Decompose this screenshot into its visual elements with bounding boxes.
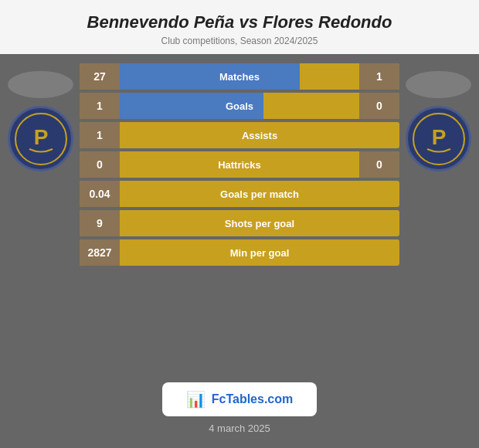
left-team-logo-section: P — [8, 63, 73, 171]
stat-label-goals: Goals — [120, 100, 359, 112]
match-subtitle: Club competitions, Season 2024/2025 — [15, 36, 464, 46]
stat-row-matches: 27Matches1 — [80, 63, 399, 90]
main-container: Bennevendo Peña vs Flores Redondo Club c… — [0, 0, 479, 448]
stat-left-val-hattricks: 0 — [80, 151, 120, 178]
left-oval-decoration — [8, 71, 73, 98]
stat-label-goals-per-match: Goals per match — [120, 188, 399, 200]
right-oval-decoration — [406, 71, 471, 98]
fctables-badge: 📊 FcTables.com — [162, 382, 317, 416]
stat-left-val-assists: 1 — [80, 122, 120, 148]
match-date: 4 march 2025 — [209, 423, 270, 440]
stat-left-val-goals: 1 — [80, 93, 120, 119]
stat-row-goals: 1Goals0 — [80, 93, 399, 119]
fctables-text: FcTables.com — [212, 392, 294, 406]
stat-bar-shots-per-goal: Shots per goal — [120, 210, 399, 236]
main-content: P 27Matches11Goals01Assists0Hattricks00.… — [0, 54, 479, 376]
stat-bar-min-per-goal: Min per goal — [120, 239, 399, 266]
stat-bar-matches: Matches — [120, 63, 359, 90]
svg-text:P: P — [431, 125, 446, 149]
bottom-section: 📊 FcTables.com 4 march 2025 — [0, 376, 479, 448]
right-team-emblem: P — [406, 106, 471, 171]
stat-label-shots-per-goal: Shots per goal — [120, 218, 399, 229]
stat-row-hattricks: 0Hattricks0 — [80, 151, 399, 178]
stat-right-val-goals: 0 — [359, 93, 399, 119]
stats-section: 27Matches11Goals01Assists0Hattricks00.04… — [80, 63, 399, 266]
match-title: Bennevendo Peña vs Flores Redondo — [15, 12, 464, 32]
left-puma-svg: P — [14, 112, 68, 166]
stat-bar-hattricks: Hattricks — [120, 151, 359, 178]
stat-left-val-shots-per-goal: 9 — [80, 210, 120, 236]
stat-row-assists: 1Assists — [80, 122, 399, 148]
stat-row-min-per-goal: 2827Min per goal — [80, 239, 399, 266]
stat-bar-goals-per-match: Goals per match — [120, 181, 399, 207]
left-team-emblem: P — [8, 106, 73, 171]
stat-left-val-min-per-goal: 2827 — [80, 239, 120, 266]
stat-right-val-hattricks: 0 — [359, 151, 399, 178]
stat-left-val-matches: 27 — [80, 63, 120, 90]
fctables-icon: 📊 — [186, 390, 206, 409]
right-puma-svg: P — [412, 112, 466, 166]
stat-label-hattricks: Hattricks — [120, 159, 359, 171]
stat-bar-assists: Assists — [120, 122, 399, 148]
stat-label-assists: Assists — [120, 130, 399, 141]
stat-bar-goals: Goals — [120, 93, 359, 119]
header: Bennevendo Peña vs Flores Redondo Club c… — [0, 0, 479, 54]
stat-label-min-per-goal: Min per goal — [120, 247, 399, 259]
stat-row-goals-per-match: 0.04Goals per match — [80, 181, 399, 207]
stat-left-val-goals-per-match: 0.04 — [80, 181, 120, 207]
svg-text:P: P — [33, 125, 48, 149]
stat-row-shots-per-goal: 9Shots per goal — [80, 210, 399, 236]
right-team-logo-section: P — [406, 63, 471, 171]
stat-label-matches: Matches — [120, 71, 359, 83]
stat-right-val-matches: 1 — [359, 63, 399, 90]
